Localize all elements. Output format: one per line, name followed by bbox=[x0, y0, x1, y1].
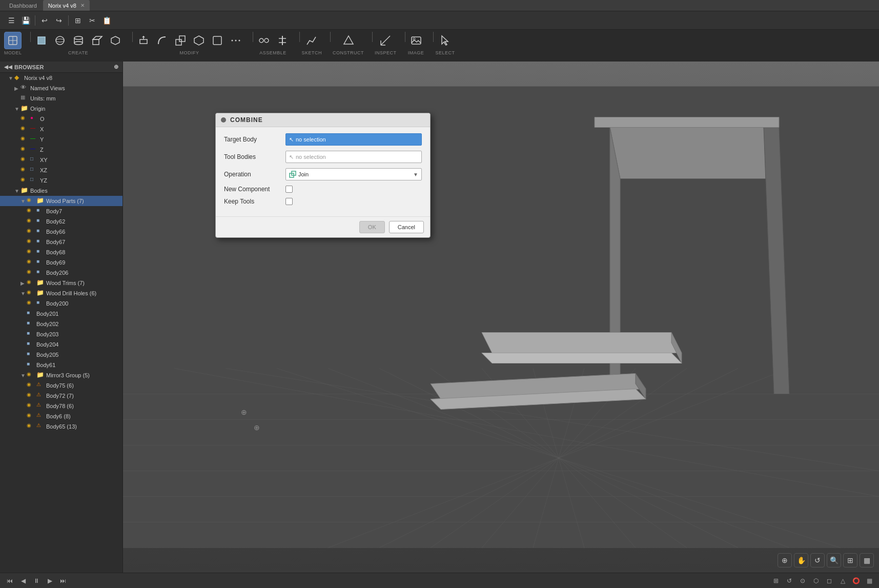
tree-origin-z[interactable]: ◉ — Z bbox=[0, 145, 122, 155]
modify-shell-icon[interactable] bbox=[190, 32, 208, 49]
timeline-icon-6[interactable]: △ bbox=[837, 575, 848, 586]
tree-root[interactable]: ▼ ◆ Norix v4 v8 bbox=[0, 73, 122, 83]
sketch-icon[interactable] bbox=[303, 32, 320, 49]
tree-body203[interactable]: ■ Body203 bbox=[0, 329, 122, 339]
select-icon[interactable] bbox=[437, 32, 454, 49]
playback-pause-button[interactable]: ⏸ bbox=[31, 575, 42, 586]
cut-button[interactable]: ✂ bbox=[85, 13, 99, 28]
grid-button[interactable]: ⊞ bbox=[71, 13, 85, 28]
create-cylinder-icon[interactable] bbox=[70, 32, 87, 49]
tree-origin-xz[interactable]: ◉ □ XZ bbox=[0, 165, 122, 175]
cancel-button[interactable]: Cancel bbox=[389, 221, 424, 233]
nav-zoom-icon[interactable]: 🔍 bbox=[827, 553, 841, 567]
tree-body66[interactable]: ◉ ■ Body66 bbox=[0, 227, 122, 237]
tree-body68[interactable]: ◉ ■ Body68 bbox=[0, 247, 122, 257]
tree-wood-parts[interactable]: ▼ ◉ 📁 Wood Parts (7) bbox=[0, 196, 122, 206]
nav-rotate-icon[interactable]: ↺ bbox=[810, 553, 825, 567]
modify-press-pull-icon[interactable] bbox=[135, 32, 152, 49]
target-body-input[interactable]: ↖ no selection bbox=[285, 133, 422, 146]
ok-button[interactable]: OK bbox=[359, 221, 385, 233]
dashboard-tab[interactable]: Dashboard bbox=[4, 0, 42, 11]
modify-combine-icon[interactable] bbox=[172, 32, 189, 49]
svg-marker-55 bbox=[610, 128, 774, 179]
browser-back-icon[interactable]: ◀◀ bbox=[4, 64, 12, 70]
tree-origin-o[interactable]: ◉ ● O bbox=[0, 114, 122, 124]
tree-wood-trims[interactable]: ▶ ◉ 📁 Wood Trims (7) bbox=[0, 278, 122, 288]
playback-prev-button[interactable]: ◀ bbox=[17, 575, 29, 586]
tree-mirror3[interactable]: ▼ ◉ 📁 Mirror3 Group (5) bbox=[0, 370, 122, 380]
paste-button[interactable]: 📋 bbox=[99, 13, 114, 28]
tree-body6[interactable]: ◉ ⚠ Body6 (8) bbox=[0, 411, 122, 421]
modify-fillet-icon[interactable] bbox=[153, 32, 171, 49]
tree-body61[interactable]: ■ Body61 bbox=[0, 360, 122, 370]
operation-select[interactable]: Join ▼ bbox=[285, 168, 422, 180]
construct-icon[interactable] bbox=[340, 32, 357, 49]
timeline-icon-5[interactable]: ◻ bbox=[824, 575, 835, 586]
new-component-row: New Component bbox=[224, 186, 422, 193]
timeline-icon-7[interactable]: ⭕ bbox=[850, 575, 862, 586]
browser-settings-icon[interactable]: ⊕ bbox=[114, 64, 118, 70]
timeline-icon-3[interactable]: ⊙ bbox=[797, 575, 808, 586]
tree-named-views[interactable]: ▶ 👁 Named Views bbox=[0, 83, 122, 93]
assemble-joint-icon[interactable] bbox=[255, 32, 273, 49]
tree-body202[interactable]: ■ Body202 bbox=[0, 319, 122, 329]
tree-bodies[interactable]: ▼ 📁 Bodies bbox=[0, 186, 122, 196]
norix-tab-close[interactable]: ✕ bbox=[80, 3, 85, 8]
toolbar-separator-2 bbox=[68, 15, 69, 26]
create-box-icon[interactable] bbox=[33, 32, 50, 49]
tree-body69[interactable]: ◉ ■ Body69 bbox=[0, 257, 122, 268]
tree-origin[interactable]: ▼ 📁 Origin bbox=[0, 104, 122, 114]
create-sphere-icon[interactable] bbox=[51, 32, 69, 49]
norix-tab[interactable]: Norix v4 v8 ✕ bbox=[43, 0, 90, 11]
nav-grid-icon[interactable]: ▦ bbox=[860, 553, 874, 567]
tree-origin-x[interactable]: ◉ — X bbox=[0, 124, 122, 134]
tree-body201[interactable]: ■ Body201 bbox=[0, 309, 122, 319]
new-component-checkbox[interactable] bbox=[285, 186, 293, 193]
playback-play-button[interactable]: ▶ bbox=[44, 575, 55, 586]
tool-bodies-input[interactable]: ↖ no selection bbox=[285, 151, 422, 163]
tree-body75[interactable]: ◉ ⚠ Body75 (6) bbox=[0, 380, 122, 391]
tree-body7[interactable]: ◉ ■ Body7 bbox=[0, 206, 122, 216]
menu-button[interactable]: ☰ bbox=[4, 13, 18, 28]
nav-fit-icon[interactable]: ⊞ bbox=[843, 553, 857, 567]
timeline-icon-8[interactable]: ▦ bbox=[864, 575, 875, 586]
3d-viewport[interactable]: ⊕ ⊕ ⊕ ✋ ↺ 🔍 ⊞ ▦ COMBINE Target Body bbox=[123, 62, 879, 573]
tree-wood-drill[interactable]: ▼ ◉ 📁 Wood Drill Holes (6) bbox=[0, 288, 122, 298]
playback-start-button[interactable]: ⏮ bbox=[4, 575, 15, 586]
origin-z-icon: — bbox=[30, 146, 38, 154]
assemble-align-icon[interactable] bbox=[274, 32, 291, 49]
tree-origin-yz[interactable]: ◉ □ YZ bbox=[0, 175, 122, 186]
create-revolve-icon[interactable] bbox=[107, 32, 124, 49]
modify-more-icon[interactable] bbox=[227, 32, 244, 49]
nav-orbit-icon[interactable]: ⊕ bbox=[778, 553, 792, 567]
body72-warn: ⚠ bbox=[36, 392, 45, 400]
timeline-icon-2[interactable]: ↺ bbox=[784, 575, 795, 586]
inspect-icon[interactable] bbox=[377, 32, 394, 49]
nav-pan-icon[interactable]: ✋ bbox=[794, 553, 808, 567]
tree-body205[interactable]: ■ Body205 bbox=[0, 350, 122, 360]
tree-body204[interactable]: ■ Body204 bbox=[0, 339, 122, 350]
svg-marker-58 bbox=[595, 117, 779, 128]
tree-body78[interactable]: ◉ ⚠ Body78 (6) bbox=[0, 401, 122, 411]
tree-body65[interactable]: ◉ ⚠ Body65 (13) bbox=[0, 421, 122, 432]
tree-body62[interactable]: ◉ ■ Body62 bbox=[0, 216, 122, 227]
tree-origin-xy[interactable]: ◉ □ XY bbox=[0, 155, 122, 165]
undo-button[interactable]: ↩ bbox=[37, 13, 52, 28]
playback-end-button[interactable]: ⏭ bbox=[57, 575, 69, 586]
save-button[interactable]: 💾 bbox=[18, 13, 33, 28]
create-extrude-icon[interactable] bbox=[88, 32, 106, 49]
tree-units[interactable]: ▶ ▦ Units: mm bbox=[0, 93, 122, 104]
timeline-icon-1[interactable]: ⊞ bbox=[770, 575, 782, 586]
tree-body67[interactable]: ◉ ■ Body67 bbox=[0, 237, 122, 247]
keep-tools-checkbox[interactable] bbox=[285, 198, 293, 205]
tree-origin-y[interactable]: ◉ — Y bbox=[0, 134, 122, 145]
timeline-icon-4[interactable]: ⬡ bbox=[810, 575, 822, 586]
select-label: SELECT bbox=[436, 50, 455, 55]
modify-draft-icon[interactable] bbox=[209, 32, 226, 49]
tree-body206[interactable]: ◉ ■ Body206 bbox=[0, 268, 122, 278]
tree-body72[interactable]: ◉ ⚠ Body72 (7) bbox=[0, 391, 122, 401]
image-icon[interactable] bbox=[407, 32, 425, 49]
redo-button[interactable]: ↪ bbox=[52, 13, 66, 28]
model-icon[interactable] bbox=[4, 32, 22, 49]
tree-body200[interactable]: ◉ ■ Body200 bbox=[0, 298, 122, 309]
